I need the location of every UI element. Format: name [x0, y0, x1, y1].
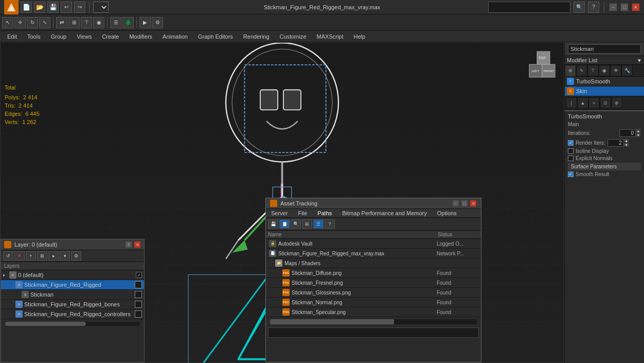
menu-modifiers[interactable]: Modifiers [124, 32, 157, 41]
iterations-up[interactable]: ▲ [636, 129, 641, 133]
asset-max-btn[interactable]: □ [461, 200, 468, 207]
layers-help-btn[interactable]: ? [125, 241, 132, 248]
explicit-normals-cb[interactable] [568, 155, 574, 161]
select-tool[interactable]: ↖ [2, 17, 13, 28]
at-btn-2[interactable]: 📋 [279, 219, 290, 229]
smooth-result-cb[interactable]: ✓ [568, 171, 574, 177]
asset-row-maxfile[interactable]: 📄 Stickman_Figure_Red_Rigged_max_vray.ma… [266, 249, 481, 258]
asset-row-normal[interactable]: PNG Stickman_Normal.png Found [266, 298, 481, 307]
layers-scrollbar-handle[interactable] [5, 322, 86, 326]
sp-icon-1[interactable]: | [566, 97, 577, 109]
new-file-btn[interactable]: 📄 [21, 2, 32, 13]
asset-row-vault[interactable]: 🔒 Autodesk Vault Logged O... [266, 239, 481, 249]
render-setup-btn[interactable]: ⚙ [152, 17, 163, 28]
layer-item-bones[interactable]: ≡ Stickman_Figure_Red_Rigged_bones [1, 300, 144, 309]
search-btn[interactable]: 🔍 [574, 2, 585, 13]
save-file-btn[interactable]: 💾 [47, 2, 59, 13]
at-btn-5[interactable]: ☰ [313, 219, 324, 229]
at-btn-help[interactable]: ? [325, 219, 335, 229]
asset-scrollbar-handle-h[interactable] [270, 319, 394, 324]
menu-create[interactable]: Create [97, 32, 124, 41]
layers-settings-btn[interactable]: ⚙ [71, 251, 81, 261]
iterations-input[interactable] [619, 129, 636, 137]
window-min-btn[interactable]: − [609, 3, 617, 11]
rp-tab-utilities[interactable]: 🔧 [621, 65, 633, 76]
hierarchy-tool[interactable]: ⊤ [81, 17, 92, 28]
menu-animation[interactable]: Animation [157, 32, 193, 41]
viewport[interactable]: [+] [Perspective] [Realistic + Edged Fac… [0, 42, 564, 363]
object-name-input[interactable] [568, 44, 641, 54]
asset-scrollbar-h[interactable] [270, 319, 477, 324]
surface-params-bar[interactable]: Surface Parameters [568, 163, 641, 170]
nav-cube[interactable]: TOP LEFT FRONT [527, 49, 558, 80]
undo-btn[interactable]: ↩ [61, 2, 72, 13]
motion-tool[interactable]: ◉ [93, 17, 104, 28]
asset-close-btn[interactable]: ✕ [470, 200, 477, 207]
sp-icon-2[interactable]: ▲ [577, 97, 588, 109]
asset-menu-paths[interactable]: Paths [312, 209, 337, 217]
render-iters-up[interactable]: ▲ [624, 139, 629, 143]
workspace-dropdown[interactable]: Workspace: Default [93, 2, 109, 13]
at-btn-1[interactable]: 💾 [268, 219, 278, 229]
menu-tools[interactable]: Tools [22, 32, 46, 41]
iterations-down[interactable]: ▼ [636, 133, 641, 137]
menu-rendering[interactable]: Rendering [238, 32, 275, 41]
layer-item-default[interactable]: ▸ ≡ 0 (default) ✓ [1, 270, 144, 280]
menu-group[interactable]: Group [46, 32, 72, 41]
layers-collapse-btn[interactable]: ▾ [60, 251, 70, 261]
asset-row-diffuse[interactable]: PNG Stickman_Diffuse.png Found [266, 268, 481, 278]
modifier-skin[interactable]: S Skin [565, 87, 644, 96]
window-close-btn[interactable]: ✕ [632, 3, 640, 11]
layer-mgr-btn[interactable]: ☰ [110, 17, 121, 28]
asset-menu-options[interactable]: Options [432, 209, 462, 217]
layers-close-btn[interactable]: ✕ [134, 241, 141, 248]
move-tool[interactable]: ✛ [14, 17, 26, 28]
rp-tab-modify[interactable]: ✎ [576, 65, 587, 76]
asset-menu-file[interactable]: File [293, 209, 312, 217]
sp-icon-4[interactable]: ⊙ [600, 97, 611, 109]
mirror-tool[interactable]: ⇄ [56, 17, 67, 28]
render-iters-input[interactable] [607, 139, 624, 147]
asset-row-fresnel[interactable]: PNG Stickman_Fresnel.png Found [266, 278, 481, 288]
menu-customize[interactable]: Customize [275, 32, 312, 41]
asset-row-specular[interactable]: PNG Stickman_Specular.png Found [266, 307, 481, 317]
render-iters-down[interactable]: ▼ [624, 143, 629, 147]
layer-item-controllers[interactable]: ≡ Stickman_Figure_Red_Rigged_controllers [1, 309, 144, 319]
rp-tab-motion[interactable]: ◉ [599, 65, 610, 76]
layers-filter-btn[interactable]: ⊞ [37, 251, 47, 261]
render-btn[interactable]: ▶ [139, 17, 151, 28]
layer-item-stickman[interactable]: ≡ Stickman_Figure_Red_Rigged [1, 280, 144, 290]
modifier-list-arrow[interactable]: ▼ [637, 58, 642, 63]
render-iters-cb[interactable]: ✓ [568, 140, 574, 146]
menu-edit[interactable]: Edit [2, 32, 22, 41]
search-input[interactable] [488, 2, 570, 13]
menu-graph-editors[interactable]: Graph Editors [193, 32, 238, 41]
sp-icon-3[interactable]: ≈ [588, 97, 600, 109]
align-tool[interactable]: ⊞ [68, 17, 80, 28]
menu-help[interactable]: Help [349, 32, 371, 41]
asset-min-btn[interactable]: − [452, 200, 459, 207]
rotate-tool[interactable]: ↻ [27, 17, 38, 28]
help-btn[interactable]: ? [588, 2, 599, 13]
at-btn-3[interactable]: 🔍 [291, 219, 301, 229]
layer-item-stickman-sub[interactable]: S Stickman [1, 290, 144, 300]
layers-delete-btn[interactable]: ✕ [14, 251, 25, 261]
layers-add-btn[interactable]: + [26, 251, 36, 261]
scene-explorer-btn[interactable]: 🌲 [122, 17, 134, 28]
rp-tab-hierarchy[interactable]: ⊤ [587, 65, 599, 76]
menu-views[interactable]: Views [71, 32, 97, 41]
isoline-cb[interactable] [568, 148, 574, 154]
menu-maxscript[interactable]: MAXScript [312, 32, 349, 41]
modifier-turbosmooth[interactable]: T TurboSmooth [565, 77, 644, 87]
open-file-btn[interactable]: 📂 [34, 2, 45, 13]
layers-refresh-btn[interactable]: ↺ [3, 251, 13, 261]
redo-btn[interactable]: ↪ [74, 2, 85, 13]
asset-menu-server[interactable]: Server [266, 209, 293, 217]
asset-row-glossiness[interactable]: PNG Stickman_Glossiness.png Found [266, 288, 481, 298]
window-max-btn[interactable]: □ [620, 3, 629, 11]
layers-expand-btn[interactable]: ▸ [48, 251, 59, 261]
asset-row-maps[interactable]: 📁 Maps / Shaders [266, 258, 481, 268]
asset-input-bar[interactable] [268, 327, 479, 338]
asset-menu-bitmap[interactable]: Bitmap Performance and Memory [337, 209, 432, 217]
sp-icon-5[interactable]: ⊕ [611, 97, 622, 109]
